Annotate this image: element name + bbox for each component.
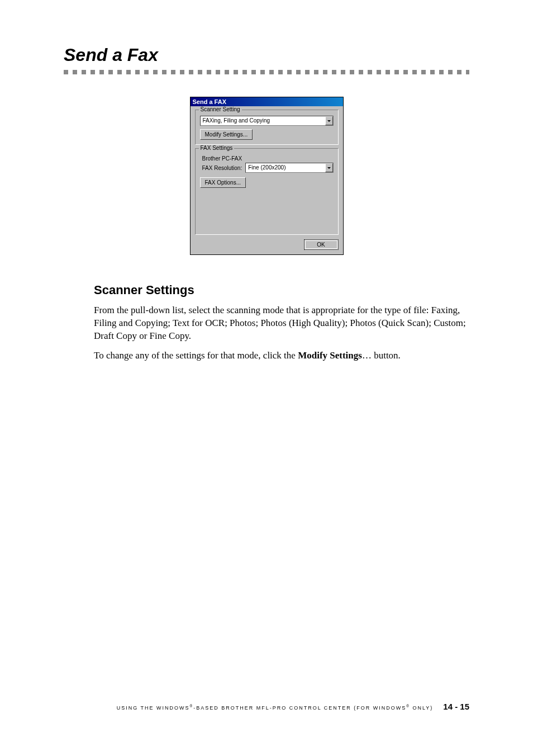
page-footer: USING THE WINDOWS®-BASED BROTHER MFL-PRO… (64, 702, 469, 711)
chevron-down-icon[interactable] (325, 163, 333, 172)
ok-button[interactable]: OK (304, 239, 339, 250)
dialog-screenshot: Send a FAX Scanner Setting FAXing, Filin… (64, 97, 469, 255)
fax-sub-label: Brother PC-FAX (202, 155, 334, 162)
scanner-mode-value: FAXing, Filing and Copying (201, 116, 325, 125)
page-number: 14 - 15 (443, 702, 469, 711)
dialog-title: Send a FAX (191, 97, 343, 106)
fax-options-button[interactable]: FAX Options... (200, 177, 246, 188)
fax-resolution-value: Fine (200x200) (246, 163, 325, 172)
fax-resolution-dropdown[interactable]: Fine (200x200) (245, 163, 333, 173)
fax-group-label: FAX Settings (199, 145, 235, 151)
scanner-group-label: Scanner Setting (199, 106, 242, 112)
modify-settings-button[interactable]: Modify Settings... (200, 129, 253, 140)
scanner-mode-dropdown[interactable]: FAXing, Filing and Copying (200, 116, 334, 126)
section-heading: Scanner Settings (94, 283, 469, 297)
divider (64, 70, 469, 74)
fax-settings-group: FAX Settings Brother PC-FAX FAX Resoluti… (195, 148, 339, 235)
paragraph-1: From the pull-down list, select the scan… (94, 304, 469, 343)
send-fax-dialog: Send a FAX Scanner Setting FAXing, Filin… (190, 97, 344, 255)
scanner-setting-group: Scanner Setting FAXing, Filing and Copyi… (195, 110, 339, 145)
fax-resolution-label: FAX Resolution: (202, 165, 242, 171)
chevron-down-icon[interactable] (325, 116, 333, 125)
paragraph-2: To change any of the settings for that m… (94, 349, 469, 362)
footer-text: USING THE WINDOWS®-BASED BROTHER MFL-PRO… (117, 704, 434, 711)
main-heading: Send a Fax (64, 45, 469, 65)
